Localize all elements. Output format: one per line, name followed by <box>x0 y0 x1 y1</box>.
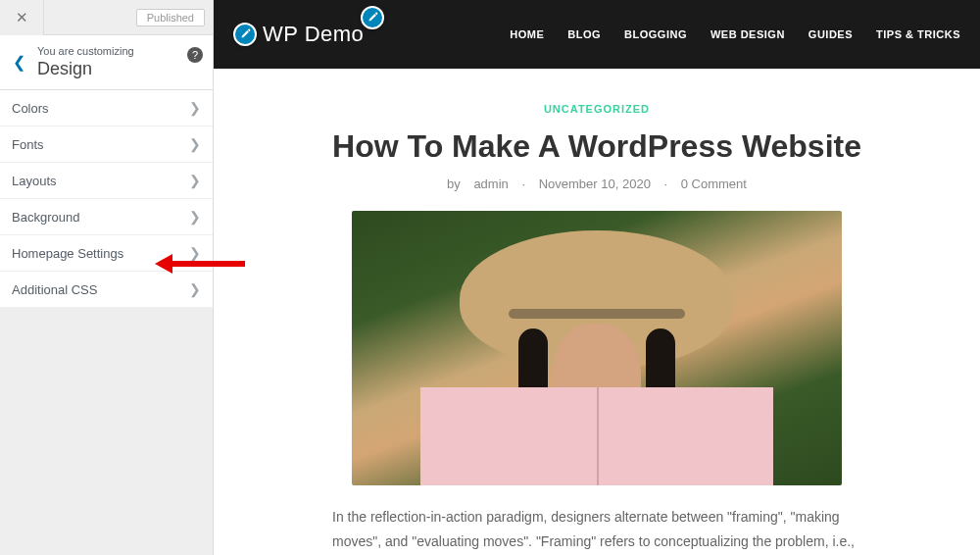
menu-item-label: Layouts <box>12 174 57 188</box>
post-category-link[interactable]: UNCATEGORIZED <box>253 103 941 115</box>
menu-item-colors[interactable]: Colors ❯ <box>0 90 213 126</box>
nav-item-home[interactable]: HOME <box>510 28 544 40</box>
help-icon[interactable]: ? <box>187 47 203 63</box>
preview-frame: WP Demo HOME BLOG BLOGGING WEB DESIGN GU… <box>214 0 980 555</box>
menu-item-label: Fonts <box>12 137 44 152</box>
site-header: WP Demo HOME BLOG BLOGGING WEB DESIGN GU… <box>214 0 980 69</box>
menu-item-label: Colors <box>12 101 49 116</box>
site-title: WP Demo <box>263 22 364 47</box>
featured-image <box>352 211 842 485</box>
chevron-right-icon: ❯ <box>189 209 201 225</box>
menu-item-label: Homepage Settings <box>12 246 123 261</box>
publish-area: Published <box>44 9 213 26</box>
pencil-icon <box>367 12 378 24</box>
chevron-right-icon: ❯ <box>189 136 201 152</box>
post-author-link[interactable]: admin <box>473 177 508 191</box>
edit-shortcut-logo-button[interactable] <box>233 23 257 46</box>
customizer-top-bar: ✕ Published <box>0 0 213 35</box>
menu-item-layouts[interactable]: Layouts ❯ <box>0 163 213 199</box>
edit-shortcut-button[interactable] <box>361 6 384 29</box>
chevron-right-icon: ❯ <box>189 281 201 297</box>
customizer-empty-area <box>0 308 213 555</box>
menu-item-label: Additional CSS <box>12 282 97 297</box>
meta-by-label: by <box>447 177 461 191</box>
header-text-block: You are customizing Design <box>37 45 203 79</box>
site-logo-area[interactable]: WP Demo <box>233 22 364 47</box>
nav-item-web-design[interactable]: WEB DESIGN <box>710 28 785 40</box>
customizer-sidebar: ✕ Published ❮ You are customizing Design… <box>0 0 214 555</box>
meta-separator: · <box>664 177 668 191</box>
chevron-right-icon: ❯ <box>189 245 201 261</box>
nav-item-guides[interactable]: GUIDES <box>808 28 853 40</box>
nav-item-tips-tricks[interactable]: TIPS & TRICKS <box>876 28 960 40</box>
menu-item-additional-css[interactable]: Additional CSS ❯ <box>0 272 213 308</box>
post-meta: by admin · November 10, 2020 · 0 Comment <box>253 177 941 191</box>
post-date: November 10, 2020 <box>539 177 651 191</box>
customize-title: Design <box>37 59 203 79</box>
post-title: How To Make A WordPress Website <box>253 128 941 165</box>
post-body-text: In the reflection-in-action paradigm, de… <box>332 505 861 555</box>
menu-item-label: Background <box>12 210 79 225</box>
menu-item-homepage-settings[interactable]: Homepage Settings ❯ <box>0 235 213 272</box>
menu-item-fonts[interactable]: Fonts ❯ <box>0 126 213 163</box>
published-button[interactable]: Published <box>136 9 205 26</box>
back-button[interactable]: ❮ <box>0 53 37 72</box>
nav-item-blog[interactable]: BLOG <box>567 28 601 40</box>
chevron-left-icon: ❮ <box>13 53 25 72</box>
close-customizer-button[interactable]: ✕ <box>0 0 44 35</box>
chevron-right-icon: ❯ <box>189 173 201 188</box>
customize-subtitle: You are customizing <box>37 45 203 57</box>
pencil-icon <box>239 28 251 40</box>
post-comments-link[interactable]: 0 Comment <box>681 177 747 191</box>
menu-item-background[interactable]: Background ❯ <box>0 199 213 235</box>
post-content: UNCATEGORIZED How To Make A WordPress We… <box>214 69 980 555</box>
chevron-right-icon: ❯ <box>189 100 201 116</box>
customizer-menu-list: Colors ❯ Fonts ❯ Layouts ❯ Background ❯ … <box>0 90 213 308</box>
nav-item-blogging[interactable]: BLOGGING <box>624 28 687 40</box>
meta-separator: · <box>521 177 525 191</box>
customizer-section-header: ❮ You are customizing Design ? <box>0 35 213 90</box>
primary-navigation: HOME BLOG BLOGGING WEB DESIGN GUIDES TIP… <box>510 28 960 40</box>
